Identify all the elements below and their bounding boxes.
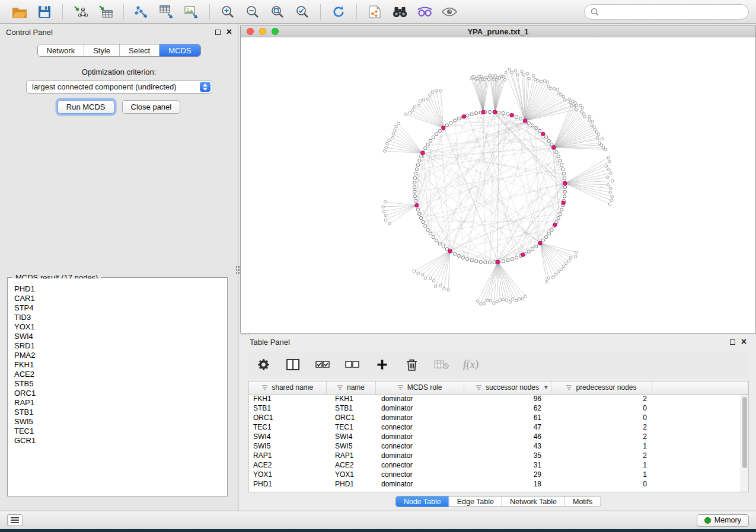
mcds-result-item[interactable]: ORC1 [14, 389, 227, 398]
table-panel-tabs: Node Table Edge Table Network Table Moti… [395, 496, 601, 507]
task-history-button[interactable] [7, 514, 23, 526]
select-all-rows-icon[interactable] [315, 355, 330, 373]
mcds-result-item[interactable]: PHD1 [14, 284, 227, 294]
tab-network[interactable]: Network [37, 44, 84, 56]
mcds-result-item[interactable]: YOX1 [14, 322, 227, 332]
control-panel-titlebar: Control Panel × [0, 24, 238, 40]
tab-motifs[interactable]: Motifs [565, 496, 600, 507]
table-vertical-scrollbar[interactable] [741, 395, 748, 492]
save-icon[interactable] [35, 3, 54, 21]
search-box[interactable] [584, 4, 749, 20]
close-panel-button[interactable]: Close panel [122, 100, 181, 114]
node-table-row[interactable]: FKH1FKH1dominator962 [249, 394, 748, 403]
delete-column-icon[interactable] [404, 355, 419, 373]
tab-network-table[interactable]: Network Table [502, 496, 565, 507]
application-window: Control Panel × Network Style Select MCD… [0, 0, 756, 529]
close-window-icon[interactable] [247, 28, 254, 35]
tab-select[interactable]: Select [120, 44, 160, 56]
control-panel-tabs: Network Style Select MCDS [37, 44, 200, 57]
export-table-icon[interactable] [157, 3, 176, 21]
tab-mcds[interactable]: MCDS [160, 44, 200, 56]
node-table-row[interactable]: SWI4SWI4dominator462 [249, 432, 748, 441]
hide-overlay-icon[interactable] [415, 3, 434, 21]
criterion-dropdown[interactable]: largest connected component (undirected) [26, 80, 212, 94]
mcds-result-item[interactable]: SWI4 [14, 332, 227, 341]
float-panel-icon[interactable] [215, 30, 221, 35]
network-titlebar[interactable]: YPA_prune.txt_1 [241, 26, 755, 37]
column-sort-icon [337, 384, 343, 390]
open-folder-icon[interactable] [10, 3, 29, 21]
node-table-row[interactable]: PHD1PHD1dominator180 [249, 479, 748, 489]
sort-descending-chevron-icon[interactable]: ▾ [544, 383, 548, 391]
mcds-result-item[interactable]: RAP1 [14, 398, 227, 408]
import-network-icon[interactable] [71, 3, 90, 21]
export-image-icon[interactable] [182, 3, 201, 21]
mcds-result-item[interactable]: FKH1 [14, 360, 227, 370]
zoom-out-icon[interactable] [243, 3, 262, 21]
close-table-panel-icon[interactable]: × [741, 339, 747, 345]
deselect-all-rows-icon[interactable] [344, 355, 360, 373]
zoom-selected-icon[interactable] [293, 3, 312, 21]
zoom-fit-icon[interactable] [268, 3, 287, 21]
column-header-name[interactable]: name [326, 382, 375, 394]
column-sort-icon [397, 384, 404, 390]
tab-edge-table[interactable]: Edge Table [449, 496, 502, 507]
minimize-window-icon[interactable] [259, 28, 266, 35]
scrollbar-thumb[interactable] [742, 397, 747, 468]
column-header-predecessor-nodes[interactable]: predecessor nodes [551, 382, 652, 394]
tab-style[interactable]: Style [84, 44, 120, 56]
control-panel: Control Panel × Network Style Select MCD… [0, 24, 238, 511]
refresh-icon[interactable] [329, 3, 348, 21]
window-traffic-lights [247, 28, 279, 35]
main-toolbar [0, 0, 756, 24]
node-table: shared name name MCDS role successor nod… [249, 382, 748, 489]
mcds-result-item[interactable]: GCR1 [14, 436, 227, 446]
search-input[interactable] [602, 7, 742, 17]
node-table-row[interactable]: SWI5SWI5connector431 [249, 441, 748, 451]
memory-button[interactable]: Memory [697, 514, 749, 527]
function-builder-icon: f(x) [463, 355, 479, 373]
mcds-result-list[interactable]: PHD1CAR1STP4TID3YOX1SWI4SRD1PMA2FKH1ACE2… [8, 278, 227, 495]
run-mcds-button[interactable]: Run MCDS [58, 100, 114, 114]
import-table-icon[interactable] [96, 3, 115, 21]
mcds-result-item[interactable]: TID3 [14, 313, 227, 322]
mcds-result-item[interactable]: CAR1 [14, 294, 227, 303]
node-table-row[interactable]: STB1STB1dominator620 [249, 403, 748, 413]
mcds-result-item[interactable]: STB1 [14, 408, 227, 417]
share-document-icon[interactable] [365, 3, 384, 21]
column-header-shared-name[interactable]: shared name [249, 382, 326, 394]
add-column-icon[interactable] [374, 355, 390, 373]
maximize-window-icon[interactable] [272, 28, 279, 35]
mcds-result-item[interactable]: ACE2 [14, 370, 227, 379]
node-table-row[interactable]: ORC1ORC1dominator610 [249, 413, 748, 422]
mcds-result-item[interactable]: TEC1 [14, 427, 227, 436]
float-table-panel-icon[interactable] [730, 339, 735, 345]
network-canvas[interactable] [241, 37, 755, 333]
control-panel-title: Control Panel [6, 28, 53, 37]
close-panel-icon[interactable]: × [227, 29, 232, 35]
tab-node-table[interactable]: Node Table [396, 496, 449, 507]
node-table-row[interactable]: TEC1TEC1connector472 [249, 422, 748, 432]
toolbar-separator [209, 4, 210, 20]
network-canvas-svg[interactable] [241, 37, 755, 333]
mcds-result-item[interactable]: STP4 [14, 303, 227, 313]
column-header-filler [652, 382, 748, 394]
column-header-mcds-role[interactable]: MCDS role [375, 382, 464, 394]
export-network-icon[interactable] [132, 3, 151, 21]
mcds-result-item[interactable]: STB5 [14, 379, 227, 389]
mcds-result-item[interactable]: SWI5 [14, 417, 227, 427]
show-columns-icon[interactable] [285, 355, 301, 373]
vertical-splitter-handle[interactable] [235, 265, 240, 275]
mcds-result-item[interactable]: SRD1 [14, 341, 227, 351]
node-table-row[interactable]: ACE2ACE2connector311 [249, 460, 748, 470]
mcds-result-item[interactable]: PMA2 [14, 351, 227, 360]
table-settings-gear-icon[interactable] [256, 355, 271, 373]
node-table-row[interactable]: RAP1RAP1dominator352 [249, 451, 748, 460]
zoom-in-icon[interactable] [218, 3, 237, 21]
node-table-body: FKH1FKH1dominator962STB1STB1dominator620… [249, 394, 748, 489]
table-toolbar: f(x) [248, 351, 748, 377]
column-header-successor-nodes[interactable]: successor nodes▾ [464, 382, 551, 394]
find-binoculars-icon[interactable] [390, 3, 409, 21]
show-overlay-eye-icon[interactable] [440, 3, 459, 21]
node-table-row[interactable]: YOX1YOX1connector291 [249, 470, 748, 479]
